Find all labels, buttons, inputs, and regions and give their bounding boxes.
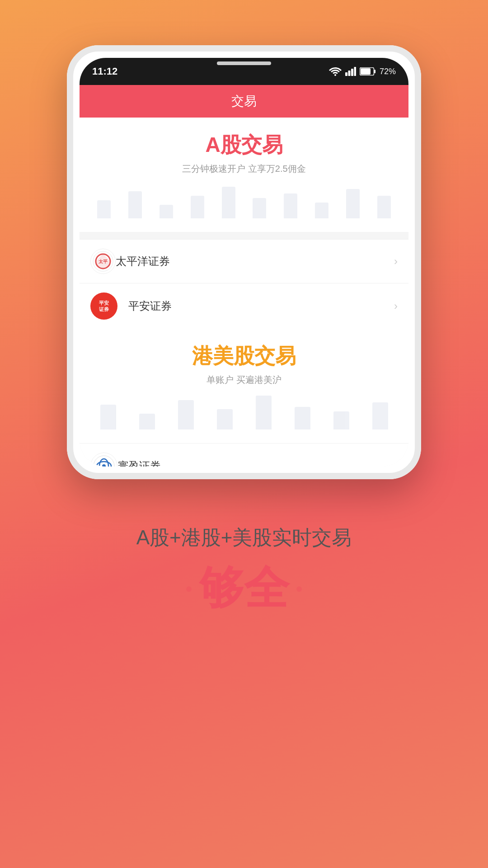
battery-percent: 72% [380, 67, 396, 76]
screen-content: A股交易 三分钟极速开户 立享万2.5佣金 [80, 118, 408, 467]
broker-pingan[interactable]: 平安证券 平安证券 › [80, 283, 408, 329]
status-icons: 72% [329, 67, 396, 76]
battery-icon [360, 67, 376, 75]
svg-rect-6 [374, 70, 375, 73]
pingan-arrow: › [394, 300, 398, 312]
taiping-logo-svg: 太平 [92, 250, 114, 272]
huanying-name: 寰盈证券 [117, 459, 394, 467]
phone-screen: 11:12 [80, 58, 408, 467]
pingan-logo: 平安证券 [90, 292, 117, 320]
svg-rect-1 [348, 71, 350, 76]
section-a-illustration [89, 182, 399, 218]
section-a-title: A股交易 [89, 131, 399, 159]
svg-text:太平: 太平 [98, 259, 108, 264]
status-time: 11:12 [92, 66, 117, 77]
svg-rect-5 [361, 68, 371, 75]
left-dot [186, 586, 192, 592]
section-a-subtitle: 三分钟极速开户 立享万2.5佣金 [89, 163, 399, 175]
speaker-notch [217, 61, 271, 65]
bottom-title: 够全 [199, 558, 289, 619]
taiping-name: 太平洋证券 [116, 254, 394, 269]
section-hkus-title: 港美股交易 [89, 342, 399, 370]
svg-rect-2 [351, 69, 353, 76]
svg-rect-0 [345, 72, 347, 76]
section-hkus: 港美股交易 单账户 买遍港美沪 [80, 329, 408, 443]
svg-rect-3 [354, 67, 356, 76]
phone-frame: 11:12 [67, 45, 421, 479]
pingan-name: 平安证券 [128, 299, 394, 313]
section-hkus-illustration [89, 393, 399, 429]
nav-title: 交易 [231, 93, 257, 110]
taiping-logo: 太平 [90, 249, 116, 274]
broker-taiping[interactable]: 太平 太平洋证券 › [80, 239, 408, 283]
bottom-subtitle: A股+港股+美股实时交易 [136, 524, 352, 551]
section-hkus-subtitle: 单账户 买遍港美沪 [89, 374, 399, 386]
phone-inner: 11:12 [67, 45, 421, 479]
right-dot [296, 586, 302, 592]
huanying-arrow: › [394, 460, 398, 467]
wifi-icon [329, 67, 342, 76]
huanying-logo [90, 453, 117, 467]
taiping-arrow: › [394, 255, 398, 268]
broker-huanying[interactable]: 寰盈证券 › [80, 443, 408, 467]
bottom-section: A股+港股+美股实时交易 够全 [0, 497, 488, 619]
signal-icon [345, 67, 356, 76]
huanying-logo-svg [93, 455, 115, 467]
section-a-stocks: A股交易 三分钟极速开户 立享万2.5佣金 [80, 118, 408, 232]
nav-bar: 交易 [80, 85, 408, 118]
